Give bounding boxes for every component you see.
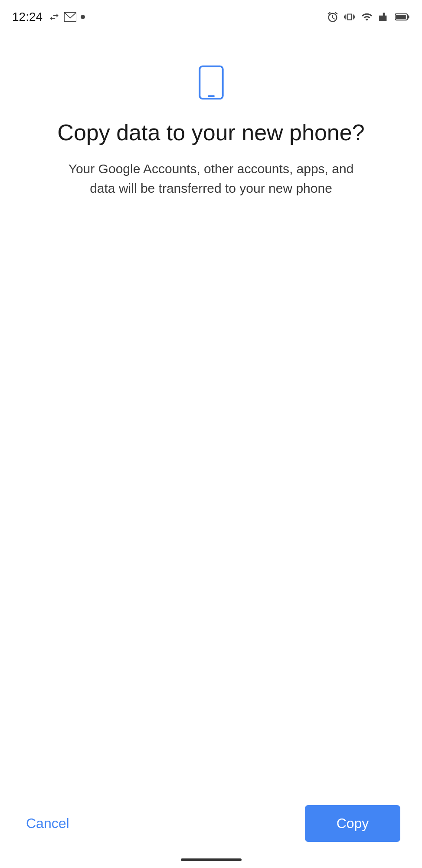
svg-rect-6 [208, 95, 215, 97]
home-indicator [181, 858, 242, 861]
main-content: Copy data to your new phone? Your Google… [0, 30, 422, 198]
phone-icon-wrapper [194, 65, 229, 102]
battery-icon [395, 12, 410, 22]
bottom-action-bar: Cancel Copy [0, 805, 422, 842]
status-bar-left: 12:24 [12, 10, 85, 24]
copy-button[interactable]: Copy [305, 805, 400, 842]
gmail-icon [64, 12, 76, 22]
signal-icon [379, 11, 390, 23]
svg-rect-3 [396, 15, 406, 19]
status-bar: 12:24 [0, 0, 422, 30]
page-subtitle: Your Google Accounts, other accounts, ap… [59, 159, 363, 198]
cancel-button[interactable]: Cancel [22, 807, 74, 840]
arrows-icon [49, 11, 60, 23]
page-title: Copy data to your new phone? [57, 119, 364, 146]
status-time: 12:24 [12, 10, 43, 24]
vibrate-icon [344, 11, 355, 23]
smartphone-icon [194, 65, 229, 100]
svg-rect-4 [200, 66, 222, 99]
notification-dot [81, 15, 85, 19]
alarm-icon [327, 11, 339, 23]
svg-rect-2 [408, 15, 409, 18]
status-icons-left [49, 11, 85, 23]
svg-rect-5 [200, 69, 222, 94]
wifi-icon [360, 11, 373, 23]
status-bar-right [327, 11, 410, 23]
